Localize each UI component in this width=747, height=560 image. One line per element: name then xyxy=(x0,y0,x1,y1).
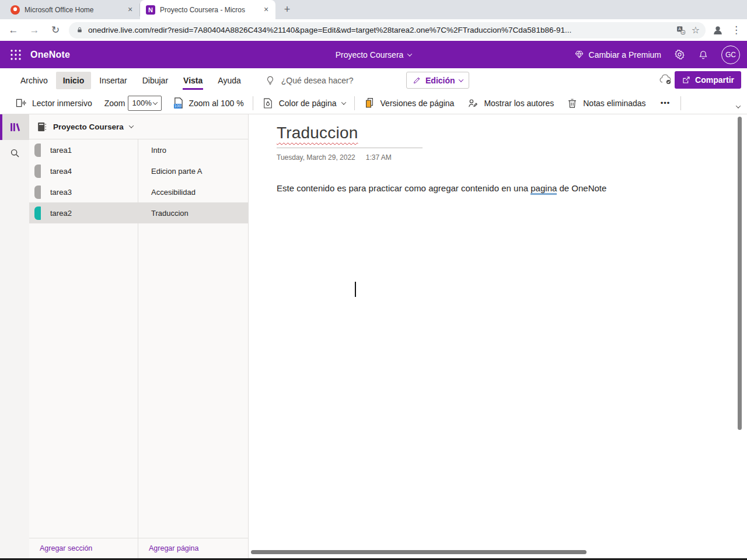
tab-insertar[interactable]: Insertar xyxy=(92,68,134,92)
horizontal-scrollbar[interactable] xyxy=(251,550,587,554)
edit-mode-button[interactable]: Edición xyxy=(406,72,469,89)
reload-icon[interactable]: ↻ xyxy=(48,23,63,38)
section-tab-icon xyxy=(34,206,41,220)
page-item[interactable]: Accesibilidad xyxy=(138,181,248,202)
premium-button[interactable]: Cambiar a Premium xyxy=(574,50,661,60)
chevron-down-icon xyxy=(129,123,134,128)
section-tab-icon xyxy=(34,186,41,199)
address-bar[interactable]: onedrive.live.com/redir?resid=7A80404A88… xyxy=(69,22,706,38)
section-item[interactable]: tarea4 xyxy=(29,160,138,181)
tell-me-search[interactable]: ¿Qué desea hacer? xyxy=(265,75,354,86)
page-versions-icon xyxy=(364,97,375,109)
collapse-ribbon-icon[interactable] xyxy=(736,101,740,110)
tab-vista[interactable]: Vista xyxy=(176,68,210,92)
chevron-down-icon xyxy=(736,103,741,108)
share-button[interactable]: Compartir xyxy=(675,71,741,89)
close-icon[interactable]: × xyxy=(261,5,271,15)
app-name[interactable]: OneNote xyxy=(30,50,70,60)
back-icon[interactable]: ← xyxy=(6,23,21,38)
rail-notebooks-button[interactable] xyxy=(0,114,29,140)
page-item[interactable]: Intro xyxy=(138,139,248,160)
view-toolbar: Lector inmersivo Zoom 100% 100 Zoom al 1… xyxy=(0,92,747,114)
sections-list: tarea1 tarea4 tarea3 tarea2 xyxy=(29,139,138,558)
divider xyxy=(253,96,253,110)
pages-list: Intro Edicion parte A Accesibilidad Trad… xyxy=(138,139,248,558)
section-item-selected[interactable]: tarea2 xyxy=(29,202,138,223)
toolbar-overflow-button[interactable]: ••• xyxy=(652,99,679,107)
notebook-switcher[interactable]: Proyecto Coursera xyxy=(29,114,248,139)
lightbulb-icon xyxy=(265,75,275,86)
chevron-down-icon xyxy=(341,100,345,104)
add-section-bar: Agregar sección xyxy=(29,538,138,558)
add-section-button[interactable]: Agregar sección xyxy=(40,544,92,552)
forward-icon[interactable]: → xyxy=(27,23,42,38)
app-body: Proyecto Coursera tarea1 tarea4 xyxy=(0,114,747,558)
left-rail xyxy=(0,114,29,558)
gear-icon[interactable] xyxy=(674,49,685,60)
tab-archivo[interactable]: Archivo xyxy=(13,68,55,92)
rail-search-button[interactable] xyxy=(0,140,29,166)
page-color-icon xyxy=(262,97,274,109)
tab-ayuda[interactable]: Ayuda xyxy=(210,68,248,92)
account-avatar[interactable]: GC xyxy=(721,46,740,64)
tab-inicio[interactable]: Inicio xyxy=(55,68,92,92)
bell-icon[interactable] xyxy=(698,50,708,60)
browser-tab-office[interactable]: Microsoft Office Home × xyxy=(5,4,140,16)
section-tab-icon xyxy=(34,144,41,157)
zoom-label: Zoom xyxy=(99,99,125,108)
cloud-sync-icon xyxy=(658,74,673,86)
zoom-select[interactable]: 100% xyxy=(128,96,162,111)
pencil-icon xyxy=(413,76,421,85)
deleted-notes-button[interactable]: Notas eliminadas xyxy=(560,92,652,114)
office-favicon xyxy=(11,5,20,15)
page-date: Tuesday, March 29, 2022 xyxy=(277,153,355,162)
tab-title: Microsoft Office Home xyxy=(25,6,125,14)
bookmark-star-icon[interactable]: ☆ xyxy=(692,24,700,36)
onenote-header: OneNote Proyecto Coursera Cambiar a Prem… xyxy=(0,41,747,68)
page-body-text[interactable]: Este contenido es para practicar como ag… xyxy=(277,183,724,193)
show-authors-button[interactable]: Mostrar los autores xyxy=(460,92,560,114)
browser-menu-icon[interactable]: ⋮ xyxy=(731,24,741,36)
add-page-button[interactable]: Agregar página xyxy=(149,544,198,552)
page-timestamp: Tuesday, March 29, 2022 1:37 AM xyxy=(277,153,724,162)
library-icon xyxy=(8,121,21,134)
profile-icon[interactable] xyxy=(711,24,724,37)
app-launcher-icon[interactable] xyxy=(9,48,22,61)
grammar-flagged-word: pagina xyxy=(530,183,557,195)
search-icon xyxy=(9,147,20,159)
page-item[interactable]: Edicion parte A xyxy=(138,160,248,181)
section-item[interactable]: tarea1 xyxy=(29,139,138,160)
page-color-button[interactable]: Color de página xyxy=(256,92,352,114)
close-icon[interactable]: × xyxy=(125,5,135,15)
diamond-icon xyxy=(574,50,584,60)
svg-text:a: a xyxy=(682,30,684,34)
zoom-100-button[interactable]: 100 Zoom al 100 % xyxy=(166,92,250,114)
trash-icon xyxy=(567,97,578,109)
tab-dibujar[interactable]: Dibujar xyxy=(135,68,176,92)
divider xyxy=(354,96,355,110)
browser-navbar: ← → ↻ onedrive.live.com/redir?resid=7A80… xyxy=(0,19,747,41)
page-versions-button[interactable]: Versiones de página xyxy=(357,92,461,114)
new-tab-button[interactable]: + xyxy=(279,2,295,18)
divider xyxy=(680,96,681,110)
browser-tab-onenote[interactable]: N Proyecto Coursera - Micros × xyxy=(140,0,275,19)
page-item-selected[interactable]: Traduccion xyxy=(138,202,248,223)
tab-title: Proyecto Coursera - Micros xyxy=(160,6,261,14)
chevron-down-icon xyxy=(152,100,157,104)
translate-icon[interactable]: Aa xyxy=(676,25,686,35)
add-page-bar: Agregar página xyxy=(138,538,248,558)
notebook-sidebar: Proyecto Coursera tarea1 tarea4 xyxy=(29,114,249,558)
vertical-scrollbar[interactable] xyxy=(738,117,742,430)
immersive-reader-button[interactable]: Lector inmersivo xyxy=(8,92,99,114)
ribbon-tabs: Archivo Inicio Insertar Dibujar Vista Ay… xyxy=(0,68,747,92)
onenote-favicon: N xyxy=(146,5,155,15)
page-canvas[interactable]: Traduccion Tuesday, March 29, 2022 1:37 … xyxy=(249,114,747,558)
url-text: onedrive.live.com/redir?resid=7A80404A88… xyxy=(88,26,670,34)
page-title[interactable]: Traduccion xyxy=(277,124,358,142)
notebook-icon xyxy=(36,121,47,132)
page-time: 1:37 AM xyxy=(366,153,392,162)
show-authors-icon xyxy=(467,97,479,109)
section-item[interactable]: tarea3 xyxy=(29,181,138,202)
chevron-down-icon xyxy=(458,77,463,82)
text-cursor xyxy=(355,282,356,297)
